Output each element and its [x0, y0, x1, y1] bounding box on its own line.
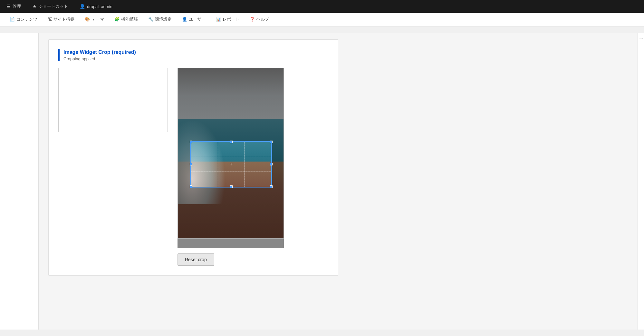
section-title: Image Widget Crop (required)	[63, 49, 328, 55]
nav-config-label: 環境設定	[155, 16, 172, 22]
section-header: Image Widget Crop (required) Cropping ap…	[58, 49, 328, 61]
crop-selection[interactable]: +	[190, 141, 272, 187]
crop-handle-top-right[interactable]	[270, 141, 273, 143]
admin-manage[interactable]: ☰ 管理	[4, 2, 24, 11]
crop-handle-top-center[interactable]	[230, 141, 233, 143]
image-bottom-bar	[178, 239, 284, 248]
nav-structure-label: サイト構築	[53, 16, 74, 22]
grid-line-h1	[191, 157, 271, 157]
overlay-top	[178, 68, 284, 141]
crop-handle-top-left[interactable]	[190, 141, 192, 143]
page-content: Image Widget Crop (required) Cropping ap…	[0, 26, 644, 336]
overlay-left	[178, 141, 190, 187]
nav-extend-label: 機能拡張	[121, 16, 138, 22]
reset-crop-button[interactable]: Reset crop	[178, 253, 214, 266]
crop-area: + Reset crop	[178, 68, 328, 266]
grid-line-h2	[191, 172, 271, 172]
crop-handle-middle-right[interactable]	[270, 163, 273, 165]
nav-users[interactable]: 👤 ユーザー	[178, 14, 210, 25]
upload-area	[58, 68, 168, 132]
users-icon: 👤	[182, 17, 187, 22]
sidebar-handle[interactable]: ⇔	[639, 36, 643, 41]
grid-line-v1	[218, 142, 218, 187]
nav-structure[interactable]: 🏗 サイト構築	[43, 14, 79, 25]
overlay-right	[272, 141, 284, 187]
user-label: drupal_admin	[87, 4, 112, 9]
grid-line-v2	[245, 142, 245, 187]
nav-content-label: コンテンツ	[16, 16, 37, 22]
theme-icon: 🎨	[85, 17, 90, 22]
nav-help[interactable]: ❓ ヘルプ	[245, 14, 274, 25]
manage-label: 管理	[13, 4, 21, 9]
crop-handle-bottom-right[interactable]	[270, 185, 273, 188]
nav-content[interactable]: 📄 コンテンツ	[5, 14, 42, 25]
structure-icon: 🏗	[48, 17, 52, 22]
config-icon: 🔧	[148, 17, 153, 22]
nav-reports[interactable]: 📊 レポート	[211, 14, 244, 25]
nav-users-label: ユーザー	[189, 16, 206, 22]
secondary-nav: 📄 コンテンツ 🏗 サイト構築 🎨 テーマ 🧩 機能拡張 🔧 環境設定 👤 ユー…	[0, 13, 644, 26]
sidebar-right: ⇔	[638, 33, 644, 330]
section-subtitle: Cropping applied.	[63, 56, 328, 61]
main-content: Image Widget Crop (required) Cropping ap…	[39, 33, 638, 330]
content-icon: 📄	[10, 17, 15, 22]
admin-bar: ☰ 管理 ★ ショートカット 👤 drupal_admin	[0, 0, 644, 13]
user-icon: 👤	[80, 4, 85, 9]
crop-handle-bottom-center[interactable]	[230, 185, 233, 188]
image-widget-section: + Reset crop	[58, 68, 328, 266]
content-box: Image Widget Crop (required) Cropping ap…	[48, 39, 338, 276]
overlay-bottom	[178, 187, 284, 238]
image-container: +	[178, 68, 284, 239]
left-panel	[58, 68, 168, 132]
reports-icon: 📊	[216, 17, 221, 22]
crosshair: +	[230, 162, 233, 167]
crop-handle-middle-left[interactable]	[190, 163, 192, 165]
nav-help-label: ヘルプ	[256, 16, 269, 22]
star-icon: ★	[33, 4, 37, 9]
nav-extend[interactable]: 🧩 機能拡張	[110, 14, 142, 25]
nav-reports-label: レポート	[223, 16, 239, 22]
extend-icon: 🧩	[114, 17, 120, 22]
nav-theme-label: テーマ	[91, 16, 104, 22]
shortcuts-label: ショートカット	[39, 4, 68, 9]
nav-config[interactable]: 🔧 環境設定	[144, 14, 176, 25]
menu-icon: ☰	[6, 4, 11, 9]
admin-user[interactable]: 👤 drupal_admin	[77, 3, 115, 10]
nav-theme[interactable]: 🎨 テーマ	[80, 14, 109, 25]
admin-shortcuts[interactable]: ★ ショートカット	[30, 2, 71, 11]
sidebar-left	[0, 33, 39, 330]
help-icon: ❓	[250, 17, 255, 22]
crop-handle-bottom-left[interactable]	[190, 185, 192, 188]
